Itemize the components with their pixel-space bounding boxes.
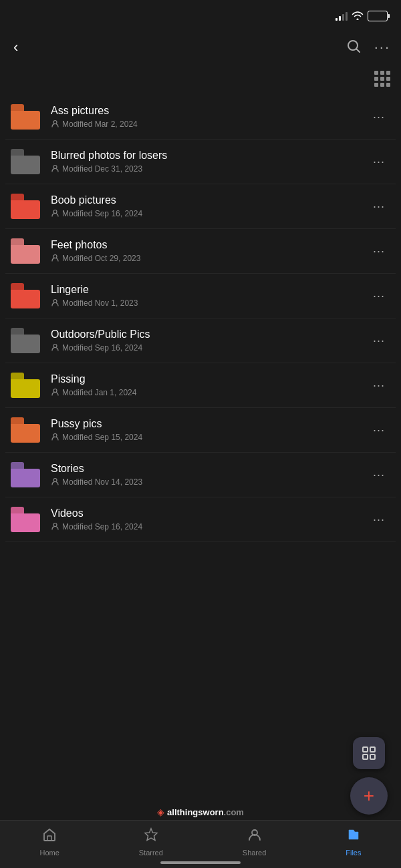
status-icons — [336, 11, 388, 22]
folder-icon — [11, 417, 40, 443]
battery-icon — [368, 11, 388, 21]
grid-view-button[interactable] — [374, 71, 390, 87]
fab-add-button[interactable]: + — [350, 777, 388, 815]
list-item[interactable]: Pussy pics Modified Sep 15, 2024 ··· — [5, 408, 396, 453]
header: ‹ ··· — [0, 29, 401, 65]
item-more-button[interactable]: ··· — [368, 331, 390, 351]
list-item[interactable]: Pissing Modified Jan 1, 2024 ··· — [5, 363, 396, 408]
file-name: Feet photos — [51, 239, 357, 251]
list-item[interactable]: Lingerie Modified Nov 1, 2023 ··· — [5, 274, 396, 318]
nav-starred[interactable]: Starred — [128, 823, 174, 861]
list-item[interactable]: Videos Modified Sep 16, 2024 ··· — [5, 497, 396, 542]
file-info: Feet photos Modified Oct 29, 2023 — [51, 239, 357, 264]
file-meta: Modified Nov 1, 2023 — [51, 298, 357, 308]
search-button[interactable] — [346, 39, 361, 57]
item-more-button[interactable]: ··· — [368, 376, 390, 395]
file-meta: Modified Sep 16, 2024 — [51, 343, 357, 353]
nav-starred-label: Starred — [139, 849, 163, 857]
file-meta: Modified Sep 16, 2024 — [51, 208, 357, 219]
folder-icon — [11, 373, 40, 398]
folder-icon — [11, 283, 40, 308]
list-item[interactable]: Boob pictures Modified Sep 16, 2024 ··· — [5, 184, 396, 229]
file-meta: Modified Sep 16, 2024 — [51, 521, 357, 532]
files-icon — [346, 827, 361, 846]
home-indicator — [160, 861, 241, 864]
item-more-button[interactable]: ··· — [368, 465, 390, 485]
svg-line-1 — [356, 49, 360, 52]
folder-icon — [11, 149, 40, 174]
file-meta: Modified Nov 14, 2023 — [51, 477, 357, 487]
folder-icon — [11, 238, 40, 264]
more-menu-button[interactable]: ··· — [374, 39, 390, 56]
shared-indicator-icon — [51, 253, 59, 264]
svg-rect-14 — [363, 754, 368, 759]
file-info: Videos Modified Sep 16, 2024 — [51, 507, 357, 532]
svg-rect-12 — [363, 747, 368, 752]
file-info: Pussy pics Modified Sep 15, 2024 — [51, 418, 357, 443]
shared-indicator-icon — [51, 298, 59, 308]
sort-bar — [0, 65, 401, 95]
shared-indicator-icon — [51, 119, 59, 130]
svg-point-10 — [53, 478, 57, 481]
home-icon — [42, 827, 57, 846]
file-name: Pussy pics — [51, 418, 357, 430]
file-meta: Modified Mar 2, 2024 — [51, 119, 357, 130]
item-more-button[interactable]: ··· — [368, 152, 390, 172]
watermark-text: allthingsworn.com — [167, 807, 244, 817]
svg-point-11 — [53, 523, 57, 526]
list-item[interactable]: Outdoors/Public Pics Modified Sep 16, 20… — [5, 318, 396, 363]
item-more-button[interactable]: ··· — [368, 510, 390, 529]
file-meta: Modified Jan 1, 2024 — [51, 387, 357, 398]
shared-indicator-icon — [51, 164, 59, 174]
signal-icon — [336, 11, 348, 21]
file-list: Ass pictures Modified Mar 2, 2024 ··· Bl… — [0, 95, 401, 542]
item-more-button[interactable]: ··· — [368, 107, 390, 127]
svg-point-2 — [53, 120, 57, 124]
file-name: Lingerie — [51, 284, 357, 296]
svg-marker-17 — [145, 829, 157, 841]
nav-home[interactable]: Home — [29, 823, 70, 861]
file-meta: Modified Oct 29, 2023 — [51, 253, 357, 264]
item-more-button[interactable]: ··· — [368, 242, 390, 261]
svg-rect-13 — [370, 747, 375, 752]
file-name: Boob pictures — [51, 194, 357, 206]
shared-indicator-icon — [51, 343, 59, 353]
folder-icon — [11, 462, 40, 487]
list-item[interactable]: Blurred photos for losers Modified Dec 3… — [5, 140, 396, 184]
file-meta: Modified Dec 31, 2023 — [51, 164, 357, 174]
star-icon — [144, 827, 158, 846]
svg-point-6 — [53, 299, 57, 302]
fab-container: + — [350, 737, 388, 815]
wifi-icon — [352, 11, 364, 22]
nav-home-label: Home — [39, 849, 59, 857]
fab-secondary-button[interactable] — [353, 737, 385, 769]
folder-icon — [11, 194, 40, 219]
nav-shared[interactable]: Shared — [232, 823, 277, 861]
header-icons: ··· — [346, 39, 390, 57]
nav-shared-label: Shared — [243, 849, 266, 857]
svg-point-8 — [53, 389, 57, 392]
status-bar — [0, 0, 401, 29]
file-name: Ass pictures — [51, 105, 357, 117]
shared-icon — [247, 827, 262, 846]
file-info: Blurred photos for losers Modified Dec 3… — [51, 150, 357, 174]
svg-point-5 — [53, 254, 57, 258]
nav-files[interactable]: Files — [335, 823, 372, 861]
item-more-button[interactable]: ··· — [368, 197, 390, 216]
folder-icon — [11, 507, 40, 532]
shared-indicator-icon — [51, 432, 59, 443]
watermark: ◈ allthingsworn.com — [0, 807, 401, 817]
item-more-button[interactable]: ··· — [368, 286, 390, 306]
list-item[interactable]: Stories Modified Nov 14, 2023 ··· — [5, 453, 396, 497]
file-name: Blurred photos for losers — [51, 150, 357, 162]
list-item[interactable]: Ass pictures Modified Mar 2, 2024 ··· — [5, 95, 396, 140]
item-more-button[interactable]: ··· — [368, 421, 390, 440]
file-info: Boob pictures Modified Sep 16, 2024 — [51, 194, 357, 219]
file-info: Outdoors/Public Pics Modified Sep 16, 20… — [51, 329, 357, 353]
nav-files-label: Files — [346, 849, 361, 857]
watermark-diamond-icon: ◈ — [157, 807, 164, 817]
back-button[interactable]: ‹ — [11, 36, 21, 59]
list-item[interactable]: Feet photos Modified Oct 29, 2023 ··· — [5, 229, 396, 274]
svg-rect-15 — [370, 754, 375, 759]
svg-point-7 — [53, 344, 57, 347]
